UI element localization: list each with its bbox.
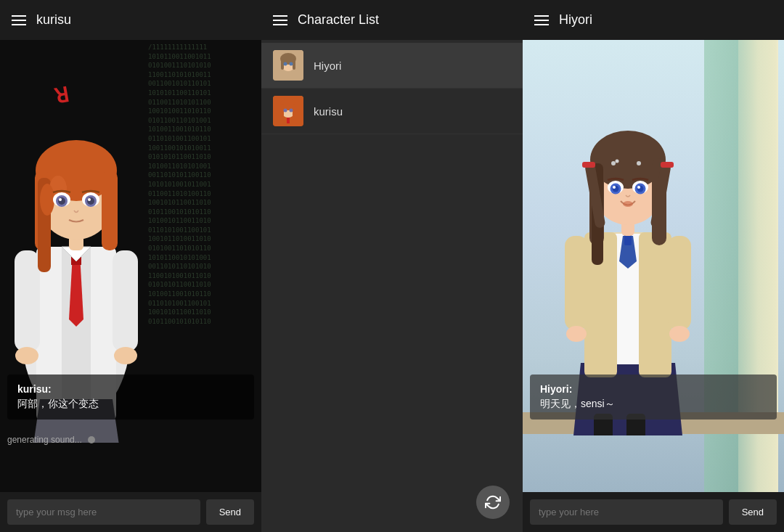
- svg-point-24: [59, 198, 62, 201]
- kurisu-bg: /11111111111111 1010110011001011 0101001…: [0, 40, 261, 492]
- svg-point-65: [611, 161, 616, 165]
- right-input-area: Send: [523, 492, 784, 532]
- hiyori-avatar: [273, 50, 303, 81]
- refresh-button[interactable]: [476, 486, 510, 519]
- svg-point-23: [87, 197, 94, 205]
- middle-header: Character List: [261, 0, 523, 40]
- left-speech-bubble: kurisu: 阿部，你这个变态: [7, 375, 254, 420]
- svg-point-22: [58, 197, 65, 205]
- svg-point-35: [290, 62, 293, 66]
- svg-rect-39: [281, 104, 284, 117]
- svg-point-42: [290, 109, 293, 112]
- svg-point-67: [637, 161, 641, 165]
- middle-title: Character List: [298, 12, 379, 28]
- right-title: Hiyori: [559, 12, 592, 28]
- svg-rect-43: [287, 118, 290, 123]
- left-panel: kurisu /11111111111111 1010110011001011 …: [0, 0, 261, 532]
- svg-point-34: [284, 62, 287, 66]
- matrix-overlay: /11111111111111 1010110011001011 0101001…: [145, 40, 261, 492]
- kurisu-name: kurisu: [314, 105, 343, 118]
- left-menu-icon[interactable]: [12, 15, 26, 25]
- svg-point-17: [40, 184, 54, 216]
- right-panel: Hiyori: [523, 0, 784, 532]
- svg-point-74: [613, 186, 616, 189]
- right-speaker: Hiyori:: [540, 383, 767, 395]
- hiyori-name: Hiyori: [314, 60, 341, 72]
- svg-point-41: [284, 109, 287, 112]
- svg-point-8: [15, 347, 38, 364]
- svg-point-54: [669, 326, 690, 342]
- generating-text: generating sound...: [7, 435, 82, 445]
- svg-rect-40: [293, 104, 295, 117]
- left-chat-area: /11111111111111 1010110011001011 0101001…: [0, 40, 261, 492]
- svg-rect-62: [582, 162, 595, 168]
- right-speech-bubble: Hiyori: 明天见，sensi～: [530, 375, 777, 420]
- right-send-button[interactable]: Send: [729, 499, 777, 525]
- svg-rect-52: [668, 236, 691, 330]
- svg-point-76: [623, 201, 633, 207]
- middle-menu-icon[interactable]: [273, 15, 287, 25]
- middle-panel: Character List Hiyori: [261, 0, 523, 532]
- left-send-button[interactable]: Send: [206, 499, 254, 525]
- svg-point-25: [88, 198, 91, 201]
- svg-point-53: [566, 326, 587, 342]
- svg-rect-33: [293, 59, 295, 70]
- svg-rect-7: [113, 250, 138, 352]
- left-title: kurisu: [36, 12, 71, 28]
- svg-rect-14: [102, 171, 118, 250]
- left-message: 阿部，你这个变态: [17, 398, 244, 411]
- character-list: Hiyori kurisu: [261, 40, 523, 532]
- left-message-input[interactable]: [7, 499, 200, 525]
- right-header: Hiyori: [523, 0, 784, 40]
- svg-rect-32: [281, 59, 284, 70]
- svg-rect-50: [639, 232, 671, 377]
- left-input-area: Send: [0, 492, 261, 532]
- svg-point-9: [114, 347, 137, 364]
- character-list-item-kurisu[interactable]: kurisu: [261, 89, 523, 134]
- right-message: 明天见，sensi～: [540, 398, 767, 411]
- svg-point-66: [616, 160, 619, 163]
- generating-dot: [88, 436, 95, 443]
- svg-rect-64: [661, 162, 674, 168]
- svg-point-75: [637, 186, 640, 189]
- generating-bar: generating sound...: [7, 435, 254, 445]
- kurisu-avatar: [273, 96, 303, 126]
- svg-rect-51: [565, 236, 588, 330]
- right-message-input[interactable]: [530, 499, 723, 525]
- right-chat-area: Hiyori: 明天见，sensi～: [523, 40, 784, 492]
- right-menu-icon[interactable]: [534, 15, 549, 25]
- character-list-item-hiyori[interactable]: Hiyori: [261, 43, 523, 89]
- left-speaker: kurisu:: [17, 383, 244, 395]
- left-header: kurisu: [0, 0, 261, 40]
- svg-rect-6: [15, 250, 40, 352]
